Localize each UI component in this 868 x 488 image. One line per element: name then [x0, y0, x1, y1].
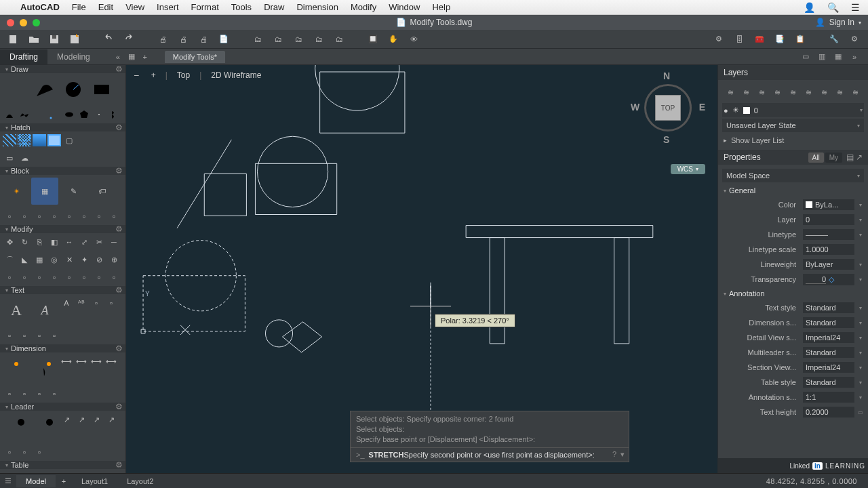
- layer-color-swatch[interactable]: [743, 107, 750, 114]
- stretch-tool[interactable]: ↔: [62, 236, 76, 248]
- viewcube-south[interactable]: S: [663, 134, 669, 145]
- revision-cloud-tool[interactable]: ☁: [18, 152, 31, 164]
- palette-section-modify[interactable]: Modify⚙: [0, 225, 125, 233]
- dim-sm8[interactable]: ▫: [47, 388, 61, 400]
- leader-tool[interactable]: [31, 413, 58, 441]
- palette-collapse-icon[interactable]: «: [112, 51, 124, 63]
- explode-tool[interactable]: ✦: [77, 253, 91, 266]
- viewport-split-icon[interactable]: ▥: [815, 50, 829, 64]
- layer-tool-8[interactable]: ≋: [833, 85, 847, 99]
- xref-manager-button[interactable]: 🗂: [331, 32, 347, 47]
- properties-panel-header[interactable]: Properties All My ▤ ↗: [718, 150, 868, 165]
- gear-icon[interactable]: ⚙: [115, 402, 123, 411]
- layer-tool-6[interactable]: ≋: [802, 85, 816, 99]
- leader-sm6[interactable]: ▫: [18, 446, 31, 458]
- command-line[interactable]: Select objects: Specify opposite corner:…: [350, 411, 629, 462]
- polygon-tool[interactable]: [77, 108, 91, 121]
- tab-layout1[interactable]: Layout1: [72, 475, 117, 487]
- plot-preview-button[interactable]: 🖨: [175, 32, 191, 47]
- text-sm2[interactable]: ᴬᴮ: [75, 297, 88, 309]
- document-tab[interactable]: Modify Tools*: [165, 51, 225, 63]
- chevron-down-icon[interactable]: ▾: [857, 320, 864, 326]
- wipeout-tool[interactable]: ▭: [3, 152, 16, 164]
- chevron-down-icon[interactable]: ▾: [857, 394, 864, 401]
- menu-help[interactable]: Help: [432, 2, 450, 12]
- spline-tool[interactable]: [18, 108, 31, 121]
- region-tool[interactable]: ▢: [62, 134, 76, 146]
- extend-tool[interactable]: ─: [107, 236, 121, 248]
- viewcube-north[interactable]: N: [663, 70, 670, 81]
- block-tool-sm5[interactable]: ▫: [62, 210, 76, 222]
- point-tool[interactable]: [92, 108, 106, 121]
- props-tab-all[interactable]: All: [808, 152, 824, 163]
- layer-tool-2[interactable]: ≋: [739, 85, 753, 99]
- command-help-icon[interactable]: ?: [612, 450, 616, 459]
- modify-sm1[interactable]: ▫: [3, 271, 16, 283]
- text-sm1[interactable]: A: [60, 297, 73, 309]
- props-tab-my[interactable]: My: [825, 152, 842, 163]
- viewport-single-icon[interactable]: ▭: [799, 50, 812, 64]
- maximize-window-icon[interactable]: [33, 19, 40, 26]
- chevron-down-icon[interactable]: ▾: [857, 365, 864, 371]
- redo-button[interactable]: [121, 32, 137, 47]
- leader-sm1[interactable]: ↗: [60, 413, 73, 426]
- modify-sm6[interactable]: ▫: [77, 271, 91, 283]
- menu-insert[interactable]: Insert: [157, 2, 179, 12]
- gradient-tool[interactable]: [33, 134, 46, 146]
- edit-block-tool[interactable]: ✎: [60, 178, 87, 205]
- modify-sm2[interactable]: ▫: [18, 271, 31, 283]
- text-sm3[interactable]: ▫: [90, 297, 103, 309]
- modify-sm8[interactable]: ▫: [107, 271, 121, 283]
- properties-button[interactable]: ⚙: [711, 32, 727, 47]
- layer-state-select[interactable]: Unsaved Layer State: [722, 119, 864, 132]
- prop-sectionview-value[interactable]: Imperial24: [803, 362, 854, 373]
- chevron-down-icon[interactable]: ▾: [860, 107, 863, 113]
- offset-tool[interactable]: ◎: [47, 253, 61, 266]
- workspace-drafting[interactable]: Drafting: [0, 49, 47, 64]
- rectangle-tool[interactable]: [88, 76, 115, 103]
- batch-plot-button[interactable]: 🖨: [195, 32, 212, 47]
- boundary-tool[interactable]: [47, 134, 61, 146]
- menu-edit[interactable]: Edit: [98, 2, 113, 12]
- fillet-tool[interactable]: ⌒: [3, 253, 16, 266]
- leader-sm2[interactable]: ↗: [75, 413, 88, 426]
- sign-in-button[interactable]: 👤 Sign In ▾: [815, 18, 861, 27]
- join-tool[interactable]: ⊕: [107, 253, 121, 266]
- tab-layout2[interactable]: Layout2: [117, 475, 163, 487]
- block-tool-sm6[interactable]: ▫: [77, 210, 91, 222]
- chevron-down-icon[interactable]: ▾: [857, 305, 864, 311]
- props-icon-2[interactable]: ↗: [856, 152, 863, 162]
- command-recent-icon[interactable]: ▾: [620, 450, 625, 459]
- gear-icon[interactable]: ⚙: [115, 123, 123, 132]
- gear-icon[interactable]: ⚙: [115, 65, 123, 74]
- dim-sm3[interactable]: ⟷: [90, 355, 103, 367]
- chevron-down-icon[interactable]: ▾: [857, 217, 864, 223]
- prop-annoscale-value[interactable]: 1:1: [803, 392, 854, 403]
- erase-tool[interactable]: ✕: [62, 253, 76, 266]
- leader-sm5[interactable]: ▫: [3, 446, 16, 458]
- minimize-window-icon[interactable]: [20, 19, 27, 26]
- prop-tablestyle-value[interactable]: Standard: [803, 377, 854, 388]
- dim-sm1[interactable]: ⟷: [60, 355, 73, 367]
- menu-tools[interactable]: Tools: [231, 2, 252, 12]
- layer-tool-1[interactable]: ≋: [724, 85, 737, 99]
- text-sm6[interactable]: ▫: [18, 329, 31, 342]
- viewcube-face[interactable]: TOP: [655, 95, 681, 121]
- layer-tool-7[interactable]: ≋: [818, 85, 831, 99]
- helix-tool[interactable]: [107, 108, 121, 121]
- xref-edit-button[interactable]: 🗂: [311, 32, 327, 47]
- menu-list-icon[interactable]: ☰: [851, 2, 860, 13]
- sheet-set-button[interactable]: 📑: [772, 32, 788, 47]
- qnew-button[interactable]: [5, 32, 22, 47]
- leader-sm7[interactable]: ▫: [33, 446, 46, 458]
- menu-draw[interactable]: Draw: [264, 2, 284, 12]
- palette-section-leader[interactable]: Leader⚙: [0, 403, 125, 411]
- text-sm8[interactable]: ▫: [47, 329, 61, 342]
- angular-dim-tool[interactable]: [31, 355, 58, 382]
- wcs-badge[interactable]: WCS▾: [671, 164, 705, 174]
- text-sm4[interactable]: ▫: [104, 297, 118, 309]
- text-tool[interactable]: A: [31, 297, 58, 324]
- dim-sm6[interactable]: ▫: [18, 388, 31, 400]
- palette-section-table[interactable]: Table⚙: [0, 461, 125, 469]
- undo-button[interactable]: [100, 32, 117, 47]
